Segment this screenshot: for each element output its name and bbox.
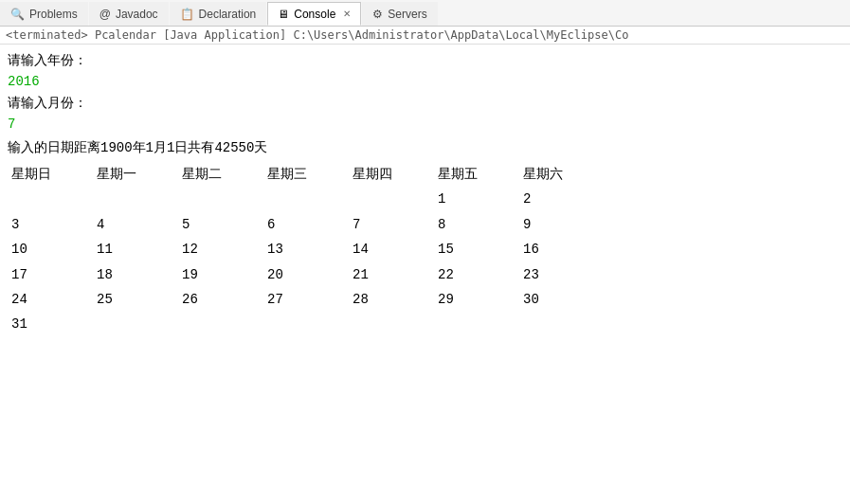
- console-icon: 🖥: [278, 8, 289, 21]
- header-thu: 星期四: [349, 162, 434, 187]
- calendar-cell: 25: [93, 287, 178, 312]
- year-value: 2016: [8, 71, 842, 92]
- calendar-cell: [263, 187, 349, 211]
- problems-icon: 🔍: [10, 8, 25, 21]
- tab-bar: 🔍 Problems @ Javadoc 📋 Declaration 🖥 Con…: [0, 0, 850, 27]
- tab-servers[interactable]: ⚙ Servers: [362, 2, 437, 26]
- calendar-cell: 1: [434, 187, 519, 211]
- year-prompt: 请输入年份：: [8, 50, 842, 71]
- tab-declaration[interactable]: 📋 Declaration: [170, 2, 267, 26]
- status-text: <terminated> Pcalendar [Java Application…: [6, 28, 628, 42]
- calendar-cell: [519, 312, 605, 336]
- tab-console[interactable]: 🖥 Console ✕: [267, 2, 361, 26]
- calendar-cell: [434, 312, 519, 336]
- calendar-cell: 21: [349, 262, 434, 287]
- calendar-cell: [8, 187, 93, 211]
- header-sat: 星期六: [519, 162, 605, 187]
- tab-problems-label: Problems: [29, 8, 78, 21]
- tab-problems[interactable]: 🔍 Problems: [0, 2, 88, 26]
- tab-servers-label: Servers: [388, 8, 426, 21]
- servers-icon: ⚙: [372, 8, 383, 21]
- calendar-row: 12: [8, 187, 605, 211]
- calendar-cell: [263, 312, 349, 336]
- calendar-cell: 4: [93, 212, 178, 237]
- calendar-cell: 31: [8, 312, 93, 336]
- calendar-cell: 30: [519, 287, 605, 312]
- calendar-cell: 8: [434, 212, 519, 237]
- month-prompt: 请输入月份：: [8, 93, 842, 114]
- calendar-row: 17181920212223: [8, 262, 605, 287]
- calendar-row: 31: [8, 312, 605, 336]
- calendar-cell: 11: [93, 237, 178, 261]
- tab-declaration-label: Declaration: [199, 8, 257, 21]
- calendar-header-row: 星期日 星期一 星期二 星期三 星期四 星期五 星期六: [8, 162, 605, 187]
- calendar-cell: 2: [519, 187, 605, 211]
- calendar-cell: 7: [349, 212, 434, 237]
- calendar-cell: 17: [8, 262, 93, 287]
- tab-javadoc-label: Javadoc: [116, 8, 158, 21]
- tab-console-label: Console: [294, 8, 335, 21]
- calendar-cell: 12: [178, 237, 263, 261]
- calendar-cell: [178, 187, 263, 211]
- calendar-row: 24252627282930: [8, 287, 605, 312]
- calendar-cell: 16: [519, 237, 605, 261]
- calendar-cell: [349, 187, 434, 211]
- calendar-table: 星期日 星期一 星期二 星期三 星期四 星期五 星期六 123456789101…: [8, 162, 605, 337]
- console-close-button[interactable]: ✕: [343, 9, 351, 19]
- month-value: 7: [8, 114, 842, 135]
- calendar-cell: 18: [93, 262, 178, 287]
- calendar-cell: [349, 312, 434, 336]
- header-tue: 星期二: [178, 162, 263, 187]
- calendar-cell: 26: [178, 287, 263, 312]
- declaration-icon: 📋: [180, 8, 194, 21]
- calendar-cell: 15: [434, 237, 519, 261]
- javadoc-icon: @: [99, 8, 111, 21]
- calendar-cell: [178, 312, 263, 336]
- header-sun: 星期日: [8, 162, 93, 187]
- calendar-cell: 5: [178, 212, 263, 237]
- calendar-row: 10111213141516: [8, 237, 605, 261]
- calendar-cell: 24: [8, 287, 93, 312]
- console-output: 请输入年份： 2016 请输入月份： 7 输入的日期距离1900年1月1日共有4…: [0, 45, 850, 343]
- calendar-cell: 20: [263, 262, 349, 287]
- header-fri: 星期五: [434, 162, 519, 187]
- calendar-cell: 10: [8, 237, 93, 261]
- calendar-cell: 14: [349, 237, 434, 261]
- calendar-cell: [93, 187, 178, 211]
- status-bar: <terminated> Pcalendar [Java Application…: [0, 27, 850, 45]
- calendar-row: 3456789: [8, 212, 605, 237]
- calendar-cell: 28: [349, 287, 434, 312]
- calendar-cell: 29: [434, 287, 519, 312]
- calendar-cell: [93, 312, 178, 336]
- calendar-cell: 22: [434, 262, 519, 287]
- calendar-cell: 23: [519, 262, 605, 287]
- calendar-cell: 3: [8, 212, 93, 237]
- tab-javadoc[interactable]: @ Javadoc: [89, 2, 169, 26]
- calendar-cell: 6: [263, 212, 349, 237]
- days-info: 输入的日期距离1900年1月1日共有42550天: [8, 137, 842, 158]
- calendar-cell: 19: [178, 262, 263, 287]
- calendar-cell: 9: [519, 212, 605, 237]
- calendar-cell: 13: [263, 237, 349, 261]
- header-mon: 星期一: [93, 162, 178, 187]
- header-wed: 星期三: [263, 162, 349, 187]
- calendar-cell: 27: [263, 287, 349, 312]
